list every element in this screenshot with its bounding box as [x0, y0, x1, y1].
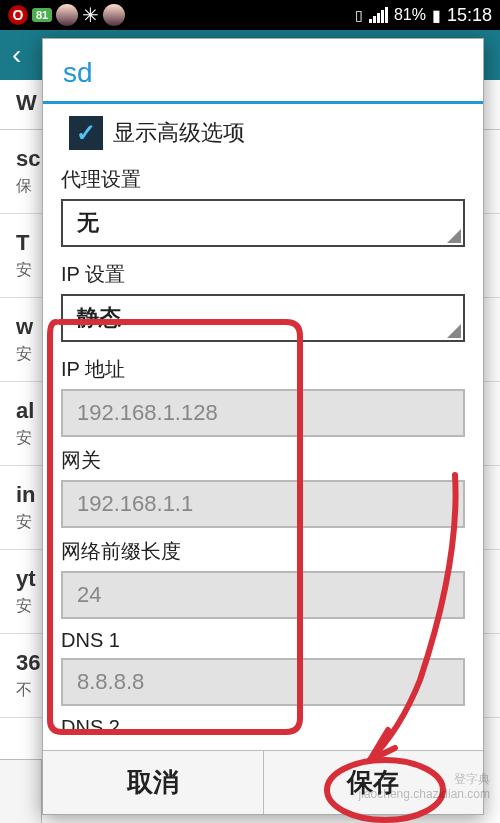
ip-setting-select[interactable]: 静态 [61, 294, 465, 342]
cancel-button[interactable]: 取消 [43, 751, 264, 814]
dialog-body: ✓ 显示高级选项 代理设置 无 IP 设置 静态 IP 地址 192.168.1… [43, 104, 483, 750]
avatar-icon [56, 4, 78, 26]
signal-icon [369, 7, 388, 23]
clock: 15:18 [447, 5, 492, 26]
dialog-title: sd [43, 39, 483, 104]
battery-icon: ▮ [432, 6, 441, 25]
background-button[interactable] [0, 759, 42, 823]
gateway-label: 网关 [61, 447, 465, 474]
proxy-label: 代理设置 [61, 166, 465, 193]
prefix-input[interactable]: 24 [61, 571, 465, 619]
sim-icon: ▯ [355, 7, 363, 23]
status-bar: 81 ✳ ▯ 81% ▮ 15:18 [0, 0, 500, 30]
gateway-input[interactable]: 192.168.1.1 [61, 480, 465, 528]
advanced-label: 显示高级选项 [113, 118, 245, 148]
wifi-settings-dialog: sd ✓ 显示高级选项 代理设置 无 IP 设置 静态 IP 地址 192.16… [42, 38, 484, 815]
proxy-select[interactable]: 无 [61, 199, 465, 247]
badge-icon: 81 [32, 8, 52, 22]
ip-address-input[interactable]: 192.168.1.128 [61, 389, 465, 437]
dns2-label: DNS 2 [61, 716, 465, 739]
battery-percent: 81% [394, 6, 426, 24]
avatar-icon [103, 4, 125, 26]
advanced-checkbox[interactable]: ✓ [69, 116, 103, 150]
wechat-icon: ✳ [82, 3, 99, 27]
opera-icon [8, 5, 28, 25]
ip-setting-label: IP 设置 [61, 261, 465, 288]
dns1-label: DNS 1 [61, 629, 465, 652]
back-icon[interactable]: ‹ [12, 39, 21, 71]
ip-address-label: IP 地址 [61, 356, 465, 383]
prefix-label: 网络前缀长度 [61, 538, 465, 565]
dns1-input[interactable]: 8.8.8.8 [61, 658, 465, 706]
watermark: 登字典 jiaocheng.chazidian.com [359, 772, 490, 803]
